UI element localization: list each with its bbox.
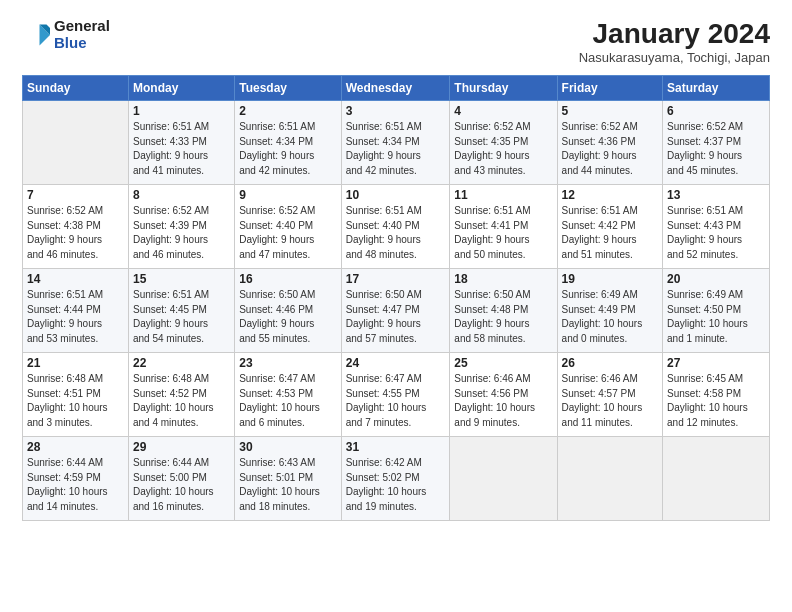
calendar-cell: 25Sunrise: 6:46 AMSunset: 4:56 PMDayligh…	[450, 353, 557, 437]
day-info: Sunrise: 6:52 AMSunset: 4:40 PMDaylight:…	[239, 204, 337, 262]
page-subtitle: Nasukarasuyama, Tochigi, Japan	[579, 50, 770, 65]
day-info: Sunrise: 6:51 AMSunset: 4:34 PMDaylight:…	[239, 120, 337, 178]
calendar-cell	[23, 101, 129, 185]
header-tuesday: Tuesday	[235, 76, 342, 101]
calendar-cell: 15Sunrise: 6:51 AMSunset: 4:45 PMDayligh…	[128, 269, 234, 353]
calendar-cell: 11Sunrise: 6:51 AMSunset: 4:41 PMDayligh…	[450, 185, 557, 269]
calendar-header: SundayMondayTuesdayWednesdayThursdayFrid…	[23, 76, 770, 101]
calendar-cell: 21Sunrise: 6:48 AMSunset: 4:51 PMDayligh…	[23, 353, 129, 437]
page: General Blue January 2024 Nasukarasuyama…	[0, 0, 792, 612]
day-info: Sunrise: 6:42 AMSunset: 5:02 PMDaylight:…	[346, 456, 446, 514]
day-number: 19	[562, 272, 658, 286]
day-number: 6	[667, 104, 765, 118]
header-friday: Friday	[557, 76, 662, 101]
calendar-cell: 8Sunrise: 6:52 AMSunset: 4:39 PMDaylight…	[128, 185, 234, 269]
calendar-cell: 7Sunrise: 6:52 AMSunset: 4:38 PMDaylight…	[23, 185, 129, 269]
week-row-0: 1Sunrise: 6:51 AMSunset: 4:33 PMDaylight…	[23, 101, 770, 185]
header-wednesday: Wednesday	[341, 76, 450, 101]
day-number: 21	[27, 356, 124, 370]
day-number: 17	[346, 272, 446, 286]
day-info: Sunrise: 6:51 AMSunset: 4:44 PMDaylight:…	[27, 288, 124, 346]
day-info: Sunrise: 6:51 AMSunset: 4:33 PMDaylight:…	[133, 120, 230, 178]
day-info: Sunrise: 6:51 AMSunset: 4:43 PMDaylight:…	[667, 204, 765, 262]
calendar-cell: 9Sunrise: 6:52 AMSunset: 4:40 PMDaylight…	[235, 185, 342, 269]
calendar-cell	[663, 437, 770, 521]
day-number: 11	[454, 188, 552, 202]
day-info: Sunrise: 6:44 AMSunset: 5:00 PMDaylight:…	[133, 456, 230, 514]
week-row-1: 7Sunrise: 6:52 AMSunset: 4:38 PMDaylight…	[23, 185, 770, 269]
logo: General Blue	[22, 18, 110, 51]
calendar-cell: 12Sunrise: 6:51 AMSunset: 4:42 PMDayligh…	[557, 185, 662, 269]
day-info: Sunrise: 6:48 AMSunset: 4:51 PMDaylight:…	[27, 372, 124, 430]
calendar-cell: 27Sunrise: 6:45 AMSunset: 4:58 PMDayligh…	[663, 353, 770, 437]
calendar-cell: 18Sunrise: 6:50 AMSunset: 4:48 PMDayligh…	[450, 269, 557, 353]
calendar-cell: 22Sunrise: 6:48 AMSunset: 4:52 PMDayligh…	[128, 353, 234, 437]
day-number: 7	[27, 188, 124, 202]
day-number: 25	[454, 356, 552, 370]
day-number: 5	[562, 104, 658, 118]
logo-icon	[22, 21, 50, 49]
day-info: Sunrise: 6:49 AMSunset: 4:49 PMDaylight:…	[562, 288, 658, 346]
calendar-cell	[450, 437, 557, 521]
day-info: Sunrise: 6:52 AMSunset: 4:36 PMDaylight:…	[562, 120, 658, 178]
week-row-4: 28Sunrise: 6:44 AMSunset: 4:59 PMDayligh…	[23, 437, 770, 521]
header-row: SundayMondayTuesdayWednesdayThursdayFrid…	[23, 76, 770, 101]
day-number: 9	[239, 188, 337, 202]
logo-blue: Blue	[54, 35, 110, 52]
calendar-cell	[557, 437, 662, 521]
calendar-cell: 2Sunrise: 6:51 AMSunset: 4:34 PMDaylight…	[235, 101, 342, 185]
calendar-cell: 31Sunrise: 6:42 AMSunset: 5:02 PMDayligh…	[341, 437, 450, 521]
day-number: 14	[27, 272, 124, 286]
day-info: Sunrise: 6:46 AMSunset: 4:56 PMDaylight:…	[454, 372, 552, 430]
day-info: Sunrise: 6:47 AMSunset: 4:53 PMDaylight:…	[239, 372, 337, 430]
day-info: Sunrise: 6:48 AMSunset: 4:52 PMDaylight:…	[133, 372, 230, 430]
week-row-2: 14Sunrise: 6:51 AMSunset: 4:44 PMDayligh…	[23, 269, 770, 353]
calendar-cell: 3Sunrise: 6:51 AMSunset: 4:34 PMDaylight…	[341, 101, 450, 185]
calendar-cell: 29Sunrise: 6:44 AMSunset: 5:00 PMDayligh…	[128, 437, 234, 521]
calendar-body: 1Sunrise: 6:51 AMSunset: 4:33 PMDaylight…	[23, 101, 770, 521]
day-number: 15	[133, 272, 230, 286]
day-number: 28	[27, 440, 124, 454]
calendar-cell: 19Sunrise: 6:49 AMSunset: 4:49 PMDayligh…	[557, 269, 662, 353]
calendar-cell: 20Sunrise: 6:49 AMSunset: 4:50 PMDayligh…	[663, 269, 770, 353]
calendar-cell: 13Sunrise: 6:51 AMSunset: 4:43 PMDayligh…	[663, 185, 770, 269]
header-monday: Monday	[128, 76, 234, 101]
day-number: 20	[667, 272, 765, 286]
calendar-table: SundayMondayTuesdayWednesdayThursdayFrid…	[22, 75, 770, 521]
day-info: Sunrise: 6:51 AMSunset: 4:42 PMDaylight:…	[562, 204, 658, 262]
calendar-cell: 28Sunrise: 6:44 AMSunset: 4:59 PMDayligh…	[23, 437, 129, 521]
day-number: 4	[454, 104, 552, 118]
day-info: Sunrise: 6:51 AMSunset: 4:45 PMDaylight:…	[133, 288, 230, 346]
day-number: 30	[239, 440, 337, 454]
day-number: 31	[346, 440, 446, 454]
day-info: Sunrise: 6:51 AMSunset: 4:34 PMDaylight:…	[346, 120, 446, 178]
day-number: 8	[133, 188, 230, 202]
day-number: 29	[133, 440, 230, 454]
day-number: 12	[562, 188, 658, 202]
day-info: Sunrise: 6:50 AMSunset: 4:48 PMDaylight:…	[454, 288, 552, 346]
day-info: Sunrise: 6:50 AMSunset: 4:47 PMDaylight:…	[346, 288, 446, 346]
day-number: 2	[239, 104, 337, 118]
calendar-cell: 23Sunrise: 6:47 AMSunset: 4:53 PMDayligh…	[235, 353, 342, 437]
day-number: 26	[562, 356, 658, 370]
day-info: Sunrise: 6:45 AMSunset: 4:58 PMDaylight:…	[667, 372, 765, 430]
logo-text: General Blue	[54, 18, 110, 51]
header-saturday: Saturday	[663, 76, 770, 101]
day-info: Sunrise: 6:52 AMSunset: 4:39 PMDaylight:…	[133, 204, 230, 262]
day-info: Sunrise: 6:49 AMSunset: 4:50 PMDaylight:…	[667, 288, 765, 346]
calendar-cell: 4Sunrise: 6:52 AMSunset: 4:35 PMDaylight…	[450, 101, 557, 185]
day-number: 24	[346, 356, 446, 370]
day-number: 18	[454, 272, 552, 286]
calendar-cell: 10Sunrise: 6:51 AMSunset: 4:40 PMDayligh…	[341, 185, 450, 269]
calendar-cell: 6Sunrise: 6:52 AMSunset: 4:37 PMDaylight…	[663, 101, 770, 185]
calendar-cell: 17Sunrise: 6:50 AMSunset: 4:47 PMDayligh…	[341, 269, 450, 353]
calendar-cell: 5Sunrise: 6:52 AMSunset: 4:36 PMDaylight…	[557, 101, 662, 185]
day-info: Sunrise: 6:52 AMSunset: 4:35 PMDaylight:…	[454, 120, 552, 178]
logo-general: General	[54, 18, 110, 35]
day-number: 1	[133, 104, 230, 118]
calendar-cell: 26Sunrise: 6:46 AMSunset: 4:57 PMDayligh…	[557, 353, 662, 437]
header-thursday: Thursday	[450, 76, 557, 101]
page-title: January 2024	[579, 18, 770, 50]
day-info: Sunrise: 6:44 AMSunset: 4:59 PMDaylight:…	[27, 456, 124, 514]
calendar-cell: 14Sunrise: 6:51 AMSunset: 4:44 PMDayligh…	[23, 269, 129, 353]
